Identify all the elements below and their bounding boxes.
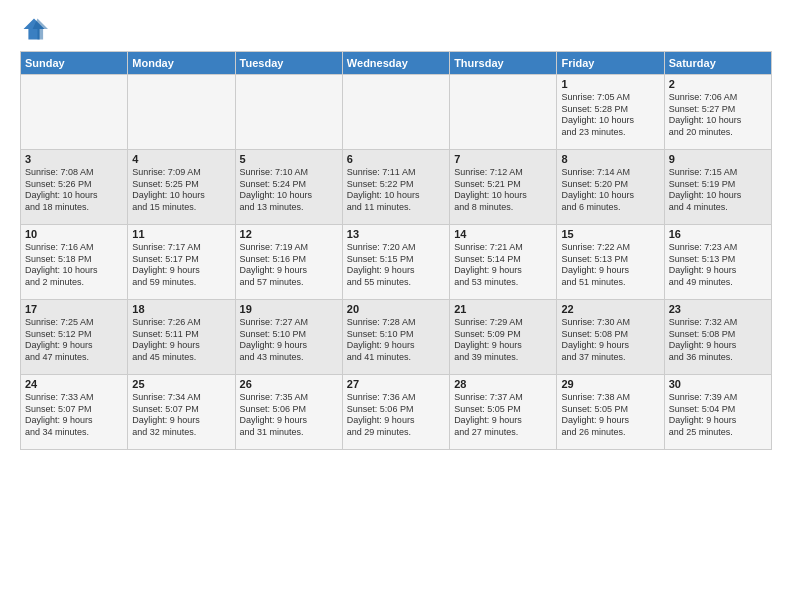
day-info: Sunrise: 7:29 AMSunset: 5:09 PMDaylight:… [454,317,552,364]
day-info: Sunrise: 7:20 AMSunset: 5:15 PMDaylight:… [347,242,445,289]
day-number: 16 [669,228,767,240]
calendar-cell: 26Sunrise: 7:35 AMSunset: 5:06 PMDayligh… [235,375,342,450]
calendar-cell: 9Sunrise: 7:15 AMSunset: 5:19 PMDaylight… [664,150,771,225]
day-info: Sunrise: 7:21 AMSunset: 5:14 PMDaylight:… [454,242,552,289]
calendar-cell: 4Sunrise: 7:09 AMSunset: 5:25 PMDaylight… [128,150,235,225]
calendar-cell: 28Sunrise: 7:37 AMSunset: 5:05 PMDayligh… [450,375,557,450]
calendar-cell: 20Sunrise: 7:28 AMSunset: 5:10 PMDayligh… [342,300,449,375]
calendar-week-2: 3Sunrise: 7:08 AMSunset: 5:26 PMDaylight… [21,150,772,225]
day-info: Sunrise: 7:06 AMSunset: 5:27 PMDaylight:… [669,92,767,139]
day-info: Sunrise: 7:37 AMSunset: 5:05 PMDaylight:… [454,392,552,439]
calendar-cell: 14Sunrise: 7:21 AMSunset: 5:14 PMDayligh… [450,225,557,300]
day-number: 30 [669,378,767,390]
day-info: Sunrise: 7:30 AMSunset: 5:08 PMDaylight:… [561,317,659,364]
calendar-cell [235,75,342,150]
calendar-cell: 27Sunrise: 7:36 AMSunset: 5:06 PMDayligh… [342,375,449,450]
day-number: 23 [669,303,767,315]
day-number: 25 [132,378,230,390]
calendar-cell: 3Sunrise: 7:08 AMSunset: 5:26 PMDaylight… [21,150,128,225]
day-info: Sunrise: 7:32 AMSunset: 5:08 PMDaylight:… [669,317,767,364]
day-number: 12 [240,228,338,240]
day-number: 8 [561,153,659,165]
calendar-week-1: 1Sunrise: 7:05 AMSunset: 5:28 PMDaylight… [21,75,772,150]
day-number: 4 [132,153,230,165]
weekday-header-sunday: Sunday [21,52,128,75]
weekday-header-friday: Friday [557,52,664,75]
day-info: Sunrise: 7:05 AMSunset: 5:28 PMDaylight:… [561,92,659,139]
day-info: Sunrise: 7:22 AMSunset: 5:13 PMDaylight:… [561,242,659,289]
logo [20,15,52,43]
day-info: Sunrise: 7:15 AMSunset: 5:19 PMDaylight:… [669,167,767,214]
calendar-cell: 29Sunrise: 7:38 AMSunset: 5:05 PMDayligh… [557,375,664,450]
weekday-header-thursday: Thursday [450,52,557,75]
day-info: Sunrise: 7:27 AMSunset: 5:10 PMDaylight:… [240,317,338,364]
day-number: 11 [132,228,230,240]
main-container: SundayMondayTuesdayWednesdayThursdayFrid… [0,0,792,460]
calendar-cell: 8Sunrise: 7:14 AMSunset: 5:20 PMDaylight… [557,150,664,225]
day-info: Sunrise: 7:25 AMSunset: 5:12 PMDaylight:… [25,317,123,364]
weekday-header-saturday: Saturday [664,52,771,75]
day-info: Sunrise: 7:10 AMSunset: 5:24 PMDaylight:… [240,167,338,214]
calendar-table: SundayMondayTuesdayWednesdayThursdayFrid… [20,51,772,450]
day-info: Sunrise: 7:28 AMSunset: 5:10 PMDaylight:… [347,317,445,364]
day-number: 7 [454,153,552,165]
day-number: 3 [25,153,123,165]
calendar-cell: 21Sunrise: 7:29 AMSunset: 5:09 PMDayligh… [450,300,557,375]
day-number: 22 [561,303,659,315]
calendar-cell [128,75,235,150]
day-number: 14 [454,228,552,240]
day-info: Sunrise: 7:26 AMSunset: 5:11 PMDaylight:… [132,317,230,364]
calendar-cell: 17Sunrise: 7:25 AMSunset: 5:12 PMDayligh… [21,300,128,375]
calendar-cell [342,75,449,150]
calendar-cell: 1Sunrise: 7:05 AMSunset: 5:28 PMDaylight… [557,75,664,150]
day-number: 17 [25,303,123,315]
day-number: 19 [240,303,338,315]
day-number: 6 [347,153,445,165]
calendar-cell: 23Sunrise: 7:32 AMSunset: 5:08 PMDayligh… [664,300,771,375]
day-info: Sunrise: 7:34 AMSunset: 5:07 PMDaylight:… [132,392,230,439]
calendar-cell: 15Sunrise: 7:22 AMSunset: 5:13 PMDayligh… [557,225,664,300]
calendar-cell: 13Sunrise: 7:20 AMSunset: 5:15 PMDayligh… [342,225,449,300]
weekday-header-wednesday: Wednesday [342,52,449,75]
calendar-cell: 24Sunrise: 7:33 AMSunset: 5:07 PMDayligh… [21,375,128,450]
day-number: 2 [669,78,767,90]
calendar-cell: 16Sunrise: 7:23 AMSunset: 5:13 PMDayligh… [664,225,771,300]
day-number: 13 [347,228,445,240]
day-info: Sunrise: 7:16 AMSunset: 5:18 PMDaylight:… [25,242,123,289]
calendar-cell: 11Sunrise: 7:17 AMSunset: 5:17 PMDayligh… [128,225,235,300]
calendar-cell: 10Sunrise: 7:16 AMSunset: 5:18 PMDayligh… [21,225,128,300]
calendar-cell: 19Sunrise: 7:27 AMSunset: 5:10 PMDayligh… [235,300,342,375]
day-info: Sunrise: 7:35 AMSunset: 5:06 PMDaylight:… [240,392,338,439]
calendar-cell: 25Sunrise: 7:34 AMSunset: 5:07 PMDayligh… [128,375,235,450]
weekday-header-monday: Monday [128,52,235,75]
day-number: 24 [25,378,123,390]
day-number: 27 [347,378,445,390]
day-info: Sunrise: 7:23 AMSunset: 5:13 PMDaylight:… [669,242,767,289]
day-info: Sunrise: 7:11 AMSunset: 5:22 PMDaylight:… [347,167,445,214]
calendar-header-row: SundayMondayTuesdayWednesdayThursdayFrid… [21,52,772,75]
calendar-week-3: 10Sunrise: 7:16 AMSunset: 5:18 PMDayligh… [21,225,772,300]
calendar-cell: 5Sunrise: 7:10 AMSunset: 5:24 PMDaylight… [235,150,342,225]
day-info: Sunrise: 7:17 AMSunset: 5:17 PMDaylight:… [132,242,230,289]
day-number: 5 [240,153,338,165]
calendar-cell: 30Sunrise: 7:39 AMSunset: 5:04 PMDayligh… [664,375,771,450]
calendar-cell: 2Sunrise: 7:06 AMSunset: 5:27 PMDaylight… [664,75,771,150]
day-number: 20 [347,303,445,315]
header [20,15,772,43]
day-info: Sunrise: 7:38 AMSunset: 5:05 PMDaylight:… [561,392,659,439]
day-number: 21 [454,303,552,315]
day-number: 18 [132,303,230,315]
calendar-cell: 7Sunrise: 7:12 AMSunset: 5:21 PMDaylight… [450,150,557,225]
logo-icon [20,15,48,43]
day-number: 1 [561,78,659,90]
day-number: 10 [25,228,123,240]
calendar-week-4: 17Sunrise: 7:25 AMSunset: 5:12 PMDayligh… [21,300,772,375]
day-number: 29 [561,378,659,390]
day-info: Sunrise: 7:19 AMSunset: 5:16 PMDaylight:… [240,242,338,289]
calendar-cell: 22Sunrise: 7:30 AMSunset: 5:08 PMDayligh… [557,300,664,375]
day-number: 15 [561,228,659,240]
calendar-cell [450,75,557,150]
day-info: Sunrise: 7:14 AMSunset: 5:20 PMDaylight:… [561,167,659,214]
calendar-cell: 6Sunrise: 7:11 AMSunset: 5:22 PMDaylight… [342,150,449,225]
day-info: Sunrise: 7:33 AMSunset: 5:07 PMDaylight:… [25,392,123,439]
